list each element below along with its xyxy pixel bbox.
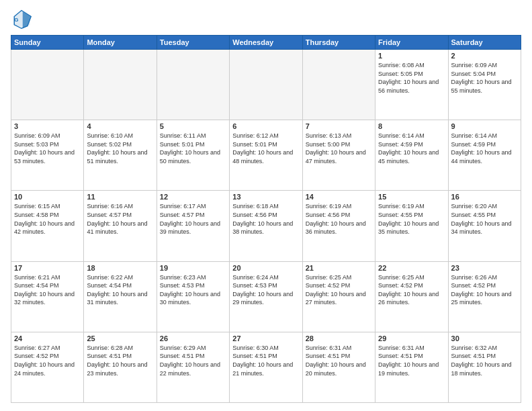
day-number: 25: [87, 334, 153, 342]
day-cell: 5Sunrise: 6:11 AMSunset: 5:01 PMDaylight…: [157, 120, 229, 191]
day-info: Sunrise: 6:27 AMSunset: 4:52 PMDaylight:…: [14, 344, 81, 377]
day-info: Sunrise: 6:30 AMSunset: 4:51 PMDaylight:…: [232, 344, 299, 377]
day-info: Sunrise: 6:14 AMSunset: 4:59 PMDaylight:…: [378, 132, 445, 165]
day-number: 12: [160, 193, 226, 201]
day-cell: 12Sunrise: 6:17 AMSunset: 4:57 PMDayligh…: [157, 191, 229, 261]
day-info: Sunrise: 6:31 AMSunset: 4:51 PMDaylight:…: [378, 344, 445, 377]
day-number: 15: [378, 193, 445, 201]
day-cell: [84, 50, 157, 120]
day-number: 22: [378, 264, 445, 272]
day-info: Sunrise: 6:19 AMSunset: 4:56 PMDaylight:…: [306, 202, 372, 236]
day-cell: 22Sunrise: 6:25 AMSunset: 4:52 PMDayligh…: [375, 261, 448, 332]
day-cell: 6Sunrise: 6:12 AMSunset: 5:01 PMDaylight…: [230, 120, 302, 191]
day-cell: 3Sunrise: 6:09 AMSunset: 5:03 PMDaylight…: [11, 120, 84, 191]
day-number: 10: [14, 193, 81, 201]
day-cell: 17Sunrise: 6:21 AMSunset: 4:54 PMDayligh…: [11, 261, 84, 332]
day-cell: 4Sunrise: 6:10 AMSunset: 5:02 PMDaylight…: [84, 120, 157, 191]
day-info: Sunrise: 6:19 AMSunset: 4:55 PMDaylight:…: [378, 202, 445, 236]
col-header-friday: Friday: [375, 36, 448, 50]
day-cell: 11Sunrise: 6:16 AMSunset: 4:57 PMDayligh…: [84, 191, 157, 261]
calendar-header-row: SundayMondayTuesdayWednesdayThursdayFrid…: [11, 36, 521, 50]
day-number: 6: [232, 122, 299, 130]
day-info: Sunrise: 6:20 AMSunset: 4:55 PMDaylight:…: [451, 202, 518, 236]
day-cell: 19Sunrise: 6:23 AMSunset: 4:53 PMDayligh…: [157, 261, 229, 332]
day-cell: 18Sunrise: 6:22 AMSunset: 4:54 PMDayligh…: [84, 261, 157, 332]
calendar-table: SundayMondayTuesdayWednesdayThursdayFrid…: [11, 35, 521, 403]
day-number: 1: [378, 52, 445, 60]
day-number: 19: [160, 264, 226, 272]
day-info: Sunrise: 6:31 AMSunset: 4:51 PMDaylight:…: [306, 344, 372, 377]
day-number: 28: [306, 334, 372, 342]
logo-icon: G: [11, 8, 32, 30]
day-cell: 15Sunrise: 6:19 AMSunset: 4:55 PMDayligh…: [375, 191, 448, 261]
logo: G: [11, 8, 34, 30]
week-row-4: 17Sunrise: 6:21 AMSunset: 4:54 PMDayligh…: [11, 261, 521, 332]
day-cell: [302, 50, 375, 120]
day-cell: 30Sunrise: 6:32 AMSunset: 4:51 PMDayligh…: [448, 332, 521, 402]
day-info: Sunrise: 6:10 AMSunset: 5:02 PMDaylight:…: [87, 132, 153, 165]
day-info: Sunrise: 6:11 AMSunset: 5:01 PMDaylight:…: [160, 132, 226, 165]
day-cell: 13Sunrise: 6:18 AMSunset: 4:56 PMDayligh…: [230, 191, 302, 261]
day-number: 27: [232, 334, 299, 342]
day-cell: 28Sunrise: 6:31 AMSunset: 4:51 PMDayligh…: [302, 332, 375, 402]
day-cell: 27Sunrise: 6:30 AMSunset: 4:51 PMDayligh…: [230, 332, 302, 402]
col-header-thursday: Thursday: [302, 36, 375, 50]
col-header-tuesday: Tuesday: [157, 36, 229, 50]
col-header-saturday: Saturday: [448, 36, 521, 50]
day-number: 4: [87, 122, 153, 130]
day-cell: [157, 50, 229, 120]
day-cell: 24Sunrise: 6:27 AMSunset: 4:52 PMDayligh…: [11, 332, 84, 402]
day-cell: 7Sunrise: 6:13 AMSunset: 5:00 PMDaylight…: [302, 120, 375, 191]
day-number: 14: [306, 193, 372, 201]
day-cell: 25Sunrise: 6:28 AMSunset: 4:51 PMDayligh…: [84, 332, 157, 402]
day-info: Sunrise: 6:17 AMSunset: 4:57 PMDaylight:…: [160, 202, 226, 236]
day-info: Sunrise: 6:29 AMSunset: 4:51 PMDaylight:…: [160, 344, 226, 377]
day-info: Sunrise: 6:09 AMSunset: 5:03 PMDaylight:…: [14, 132, 81, 165]
day-cell: 16Sunrise: 6:20 AMSunset: 4:55 PMDayligh…: [448, 191, 521, 261]
week-row-3: 10Sunrise: 6:15 AMSunset: 4:58 PMDayligh…: [11, 191, 521, 261]
day-number: 24: [14, 334, 81, 342]
day-number: 8: [378, 122, 445, 130]
week-row-1: 1Sunrise: 6:08 AMSunset: 5:05 PMDaylight…: [11, 50, 521, 120]
day-cell: [230, 50, 302, 120]
day-info: Sunrise: 6:24 AMSunset: 4:53 PMDaylight:…: [232, 273, 299, 307]
day-info: Sunrise: 6:25 AMSunset: 4:52 PMDaylight:…: [378, 273, 445, 307]
day-info: Sunrise: 6:22 AMSunset: 4:54 PMDaylight:…: [87, 273, 153, 307]
day-info: Sunrise: 6:14 AMSunset: 4:59 PMDaylight:…: [451, 132, 518, 165]
day-number: 5: [160, 122, 226, 130]
day-info: Sunrise: 6:09 AMSunset: 5:04 PMDaylight:…: [451, 61, 518, 95]
page: G SundayMondayTuesdayWednesdayThursdayFr…: [0, 0, 532, 411]
week-row-2: 3Sunrise: 6:09 AMSunset: 5:03 PMDaylight…: [11, 120, 521, 191]
day-info: Sunrise: 6:16 AMSunset: 4:57 PMDaylight:…: [87, 202, 153, 236]
day-info: Sunrise: 6:15 AMSunset: 4:58 PMDaylight:…: [14, 202, 81, 236]
day-info: Sunrise: 6:23 AMSunset: 4:53 PMDaylight:…: [160, 273, 226, 307]
day-number: 11: [87, 193, 153, 201]
day-cell: 20Sunrise: 6:24 AMSunset: 4:53 PMDayligh…: [230, 261, 302, 332]
day-cell: 21Sunrise: 6:25 AMSunset: 4:52 PMDayligh…: [302, 261, 375, 332]
day-cell: 23Sunrise: 6:26 AMSunset: 4:52 PMDayligh…: [448, 261, 521, 332]
day-number: 13: [232, 193, 299, 201]
col-header-sunday: Sunday: [11, 36, 84, 50]
day-info: Sunrise: 6:28 AMSunset: 4:51 PMDaylight:…: [87, 344, 153, 377]
day-number: 29: [378, 334, 445, 342]
day-info: Sunrise: 6:21 AMSunset: 4:54 PMDaylight:…: [14, 273, 81, 307]
day-cell: 1Sunrise: 6:08 AMSunset: 5:05 PMDaylight…: [375, 50, 448, 120]
col-header-monday: Monday: [84, 36, 157, 50]
week-row-5: 24Sunrise: 6:27 AMSunset: 4:52 PMDayligh…: [11, 332, 521, 402]
day-info: Sunrise: 6:12 AMSunset: 5:01 PMDaylight:…: [232, 132, 299, 165]
day-number: 30: [451, 334, 518, 342]
day-info: Sunrise: 6:08 AMSunset: 5:05 PMDaylight:…: [378, 61, 445, 95]
day-cell: 9Sunrise: 6:14 AMSunset: 4:59 PMDaylight…: [448, 120, 521, 191]
day-number: 3: [14, 122, 81, 130]
day-info: Sunrise: 6:13 AMSunset: 5:00 PMDaylight:…: [306, 132, 372, 165]
day-cell: [11, 50, 84, 120]
day-info: Sunrise: 6:26 AMSunset: 4:52 PMDaylight:…: [451, 273, 518, 307]
day-info: Sunrise: 6:32 AMSunset: 4:51 PMDaylight:…: [451, 344, 518, 377]
day-number: 23: [451, 264, 518, 272]
day-number: 16: [451, 193, 518, 201]
day-number: 17: [14, 264, 81, 272]
day-info: Sunrise: 6:18 AMSunset: 4:56 PMDaylight:…: [232, 202, 299, 236]
day-cell: 2Sunrise: 6:09 AMSunset: 5:04 PMDaylight…: [448, 50, 521, 120]
header: G: [11, 8, 521, 30]
day-number: 9: [451, 122, 518, 130]
